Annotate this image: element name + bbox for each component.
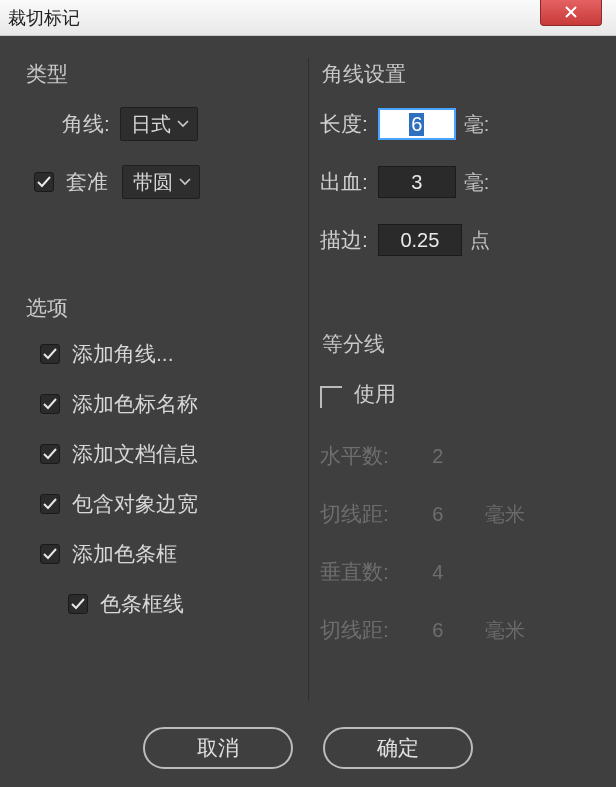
vcount-value: 4 xyxy=(432,561,443,584)
check-icon xyxy=(37,176,51,188)
option-checkbox-0[interactable] xyxy=(40,344,60,364)
corner-style-row: 角线: 日式 xyxy=(24,106,296,142)
option-row-3: 包含对象边宽 xyxy=(24,490,296,518)
hcount-label: 水平数: xyxy=(320,442,389,470)
option-row-4: 添加色条框 xyxy=(24,540,296,568)
registration-value: 带圆 xyxy=(133,169,173,196)
option-label-0: 添加角线... xyxy=(72,340,174,368)
length-unit: 毫: xyxy=(464,111,490,138)
ok-button[interactable]: 确定 xyxy=(323,727,473,769)
option-label-4: 添加色条框 xyxy=(72,540,177,568)
dialog-title: 裁切标记 xyxy=(8,6,80,30)
check-icon xyxy=(43,348,57,360)
stroke-row: 描边: 0.25 点 xyxy=(320,222,592,258)
option-checkbox-1[interactable] xyxy=(40,394,60,414)
vcount-input: 4 xyxy=(399,556,477,588)
options-group-title: 选项 xyxy=(26,294,296,322)
hcount-row: 水平数: 2 xyxy=(320,438,592,474)
vcount-label: 垂直数: xyxy=(320,558,389,586)
division-title: 等分线 xyxy=(322,330,592,358)
dialog-body: 类型 角线: 日式 套准 带圆 xyxy=(0,36,616,787)
length-value: 6 xyxy=(409,113,424,136)
close-button[interactable] xyxy=(540,0,602,26)
corner-settings-group: 角线设置 长度: 6 毫: 出血: 3 毫: 描边: xyxy=(314,52,598,290)
corner-style-select[interactable]: 日式 xyxy=(120,107,198,141)
close-icon xyxy=(564,6,578,18)
option-label-5: 色条框线 xyxy=(100,590,184,618)
check-icon xyxy=(43,398,57,410)
chevron-down-icon xyxy=(179,178,191,186)
stroke-input[interactable]: 0.25 xyxy=(378,224,462,256)
bleed-value: 3 xyxy=(411,171,422,194)
option-row-5: 色条框线 xyxy=(24,590,296,618)
vcut-input: 6 xyxy=(399,614,477,646)
type-group: 类型 角线: 日式 套准 带圆 xyxy=(18,52,302,232)
hcut-row: 切线距: 6 毫米 xyxy=(320,496,592,532)
right-column: 角线设置 长度: 6 毫: 出血: 3 毫: 描边: xyxy=(314,52,598,742)
option-label-2: 添加文档信息 xyxy=(72,440,198,468)
vcut-value: 6 xyxy=(432,619,443,642)
button-bar: 取消 确定 xyxy=(0,727,616,769)
bleed-label: 出血: xyxy=(320,168,368,196)
left-column: 类型 角线: 日式 套准 带圆 xyxy=(18,52,302,742)
registration-checkbox[interactable] xyxy=(34,172,54,192)
check-icon xyxy=(43,548,57,560)
option-checkbox-4[interactable] xyxy=(40,544,60,564)
stroke-unit: 点 xyxy=(470,227,490,254)
use-row: 使用 xyxy=(320,376,592,412)
cancel-button[interactable]: 取消 xyxy=(143,727,293,769)
option-label-3: 包含对象边宽 xyxy=(72,490,198,518)
corner-style-label: 角线: xyxy=(62,110,110,138)
vcut-row: 切线距: 6 毫米 xyxy=(320,612,592,648)
type-group-title: 类型 xyxy=(26,60,296,88)
hcut-input: 6 xyxy=(399,498,477,530)
hcut-value: 6 xyxy=(432,503,443,526)
corner-style-value: 日式 xyxy=(131,111,171,138)
bleed-row: 出血: 3 毫: xyxy=(320,164,592,200)
option-row-2: 添加文档信息 xyxy=(24,440,296,468)
check-icon xyxy=(43,498,57,510)
titlebar: 裁切标记 xyxy=(0,0,616,36)
bleed-unit: 毫: xyxy=(464,169,490,196)
length-input[interactable]: 6 xyxy=(378,108,456,140)
use-label: 使用 xyxy=(354,380,396,408)
option-checkbox-3[interactable] xyxy=(40,494,60,514)
bleed-input[interactable]: 3 xyxy=(378,166,456,198)
options-group: 选项 添加角线...添加色标名称添加文档信息包含对象边宽添加色条框色条框线 xyxy=(18,286,302,650)
hcut-label: 切线距: xyxy=(320,500,389,528)
option-label-1: 添加色标名称 xyxy=(72,390,198,418)
check-icon xyxy=(71,598,85,610)
option-checkbox-2[interactable] xyxy=(40,444,60,464)
corner-settings-title: 角线设置 xyxy=(322,60,592,88)
registration-label: 套准 xyxy=(66,168,108,196)
hcut-unit: 毫米 xyxy=(485,501,525,528)
use-checkbox[interactable] xyxy=(320,386,342,408)
option-row-0: 添加角线... xyxy=(24,340,296,368)
vcut-unit: 毫米 xyxy=(485,617,525,644)
vcut-label: 切线距: xyxy=(320,616,389,644)
vcount-row: 垂直数: 4 xyxy=(320,554,592,590)
hcount-value: 2 xyxy=(432,445,443,468)
stroke-value: 0.25 xyxy=(400,229,439,252)
chevron-down-icon xyxy=(177,120,189,128)
column-divider xyxy=(308,58,309,701)
hcount-input: 2 xyxy=(399,440,477,472)
option-checkbox-5[interactable] xyxy=(68,594,88,614)
division-group: 等分线 使用 水平数: 2 切线距: 6 毫米 xyxy=(314,322,598,680)
stroke-label: 描边: xyxy=(320,226,368,254)
length-row: 长度: 6 毫: xyxy=(320,106,592,142)
check-icon xyxy=(43,448,57,460)
option-row-1: 添加色标名称 xyxy=(24,390,296,418)
length-label: 长度: xyxy=(320,110,368,138)
registration-row: 套准 带圆 xyxy=(24,164,296,200)
registration-select[interactable]: 带圆 xyxy=(122,165,200,199)
